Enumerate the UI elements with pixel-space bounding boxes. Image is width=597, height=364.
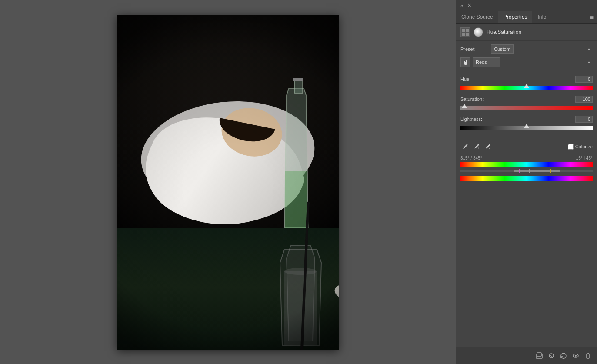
- colorize-checkbox-label[interactable]: Colorize: [568, 144, 593, 150]
- svg-rect-2: [462, 33, 465, 36]
- range-label-right: 15° | 45°: [576, 156, 593, 160]
- panel-menu-button[interactable]: ≡: [587, 11, 597, 23]
- hand-tool-button[interactable]: [460, 57, 470, 67]
- view-previous-button[interactable]: [547, 351, 556, 361]
- hue-slider-thumb[interactable]: [524, 84, 529, 88]
- preset-select-wrapper: Custom Default: [491, 44, 593, 54]
- lightness-slider-thumb[interactable]: [524, 124, 529, 128]
- adjustment-title: Hue/Saturation: [487, 29, 521, 35]
- eyedropper-add-button[interactable]: +: [472, 142, 481, 151]
- lightness-slider-row: Lightness: 0: [460, 116, 593, 131]
- panel-close-button[interactable]: ✕: [466, 2, 473, 9]
- range-slider-area: [460, 167, 593, 175]
- color-range-area: 315° / 345° 15° | 45°: [456, 154, 597, 184]
- hue-label: Hue:: [460, 77, 470, 82]
- saturation-slider-header: Saturation: -100: [460, 96, 593, 103]
- panel-collapse-button[interactable]: «: [459, 2, 465, 9]
- svg-rect-3: [466, 33, 469, 36]
- lightness-slider-track-container[interactable]: [460, 124, 593, 131]
- panel-tabs: Clone Source Properties Info ≡: [456, 11, 597, 24]
- lightness-label: Lightness:: [460, 117, 482, 122]
- adjustment-icon-circle: [474, 27, 483, 37]
- svg-rect-1: [466, 29, 469, 32]
- preset-row: Preset: Custom Default: [460, 44, 593, 54]
- svg-rect-8: [537, 353, 541, 356]
- channel-row: Reds Yellows Greens Cyans Blues Magentas…: [460, 57, 593, 67]
- eyedropper-button[interactable]: [460, 142, 470, 151]
- color-spectrum-top: [460, 162, 593, 167]
- svg-rect-0: [462, 29, 465, 32]
- saturation-slider-track-container[interactable]: [460, 104, 593, 111]
- hue-slider-header: Hue: 0: [460, 76, 593, 83]
- range-marker-1[interactable]: [519, 169, 520, 173]
- tools-row: + - Colorize: [456, 139, 597, 154]
- canvas-area: [0, 0, 456, 364]
- panel-bottom-toolbar: [456, 347, 597, 364]
- panel-controls: « ✕: [459, 2, 473, 9]
- svg-point-4: [463, 148, 464, 149]
- tab-clone-source[interactable]: Clone Source: [456, 11, 498, 23]
- svg-point-9: [551, 356, 552, 357]
- visibility-button[interactable]: [571, 351, 580, 361]
- hue-slider-row: Hue: 0: [460, 76, 593, 91]
- panel-content: Hue/Saturation Preset: Custom Default: [456, 24, 597, 347]
- svg-text:-: -: [489, 147, 490, 150]
- hue-slider-track-container[interactable]: [460, 84, 593, 91]
- channel-select[interactable]: Reds Yellows Greens Cyans Blues Magentas…: [473, 57, 500, 67]
- saturation-value[interactable]: -100: [575, 96, 593, 103]
- lightness-value[interactable]: 0: [575, 116, 593, 123]
- range-marker-3[interactable]: [540, 169, 540, 173]
- channel-select-wrapper: Reds Yellows Greens Cyans Blues Magentas…: [473, 57, 593, 67]
- photo-image: [117, 15, 339, 350]
- delete-button[interactable]: [583, 351, 593, 361]
- range-fill: [514, 170, 560, 172]
- saturation-slider-thumb[interactable]: [462, 104, 467, 108]
- saturation-label: Saturation:: [460, 97, 484, 102]
- saturation-slider-track: [460, 106, 593, 110]
- saturation-slider-row: Saturation: -100: [460, 96, 593, 111]
- properties-panel: « ✕ Clone Source Properties Info ≡ Hue/S…: [456, 0, 597, 364]
- preset-select[interactable]: Custom Default: [491, 44, 514, 54]
- eyedropper-subtract-button[interactable]: -: [483, 142, 493, 151]
- range-marker-2[interactable]: [529, 169, 530, 173]
- clip-to-layer-button[interactable]: [534, 351, 544, 361]
- range-track: [460, 170, 593, 172]
- tab-info[interactable]: Info: [532, 11, 551, 23]
- colorize-label: Colorize: [575, 144, 593, 149]
- color-spectrum-bottom: [460, 176, 593, 181]
- range-label-left: 315° / 345°: [460, 156, 482, 160]
- lightness-slider-header: Lightness: 0: [460, 116, 593, 123]
- adjustment-header: Hue/Saturation: [456, 24, 597, 41]
- reset-button[interactable]: [559, 351, 568, 361]
- color-range-labels: 315° / 345° 15° | 45°: [460, 156, 593, 160]
- preset-label: Preset:: [460, 47, 491, 52]
- colorize-checkbox[interactable]: [568, 144, 574, 150]
- tab-properties[interactable]: Properties: [498, 11, 533, 23]
- range-marker-4[interactable]: [550, 169, 551, 173]
- sliders-section: Hue: 0 Saturation: -100: [456, 74, 597, 139]
- hue-value[interactable]: 0: [575, 76, 593, 83]
- photo-canvas: [117, 15, 339, 350]
- svg-point-11: [575, 355, 577, 357]
- panel-top-bar: « ✕: [456, 0, 597, 11]
- controls-area: Preset: Custom Default Reds: [456, 41, 597, 74]
- adjustment-icon-grid: [460, 27, 470, 37]
- svg-text:+: +: [477, 147, 479, 150]
